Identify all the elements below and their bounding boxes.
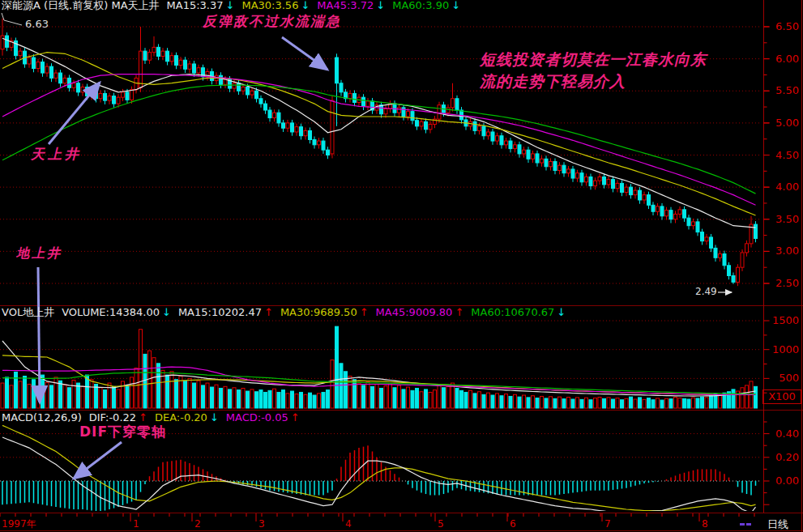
- axis-tick-label: 4.00: [775, 181, 799, 193]
- chart-canvas[interactable]: 6.506.005.505.004.504.003.503.002.501500…: [0, 0, 803, 532]
- candle: [634, 190, 637, 195]
- month-label: 7: [604, 518, 611, 530]
- volume-bar: [416, 388, 419, 408]
- candle: [41, 62, 45, 73]
- volume-bar: [282, 390, 285, 408]
- year-label: 1997年: [2, 518, 36, 530]
- candle: [81, 87, 84, 92]
- axis-tick-label: 0.40: [775, 428, 799, 440]
- volume-bar: [211, 387, 214, 408]
- volume-bar: [206, 383, 209, 408]
- volume-bar: [41, 375, 45, 408]
- macd-pane-header: MACD(12,26,9)DIF:-0.22↑DEA:-0.20↓MACD:-0…: [2, 412, 300, 423]
- volume-bar: [639, 398, 642, 408]
- down-arrow-icon: ↓: [557, 307, 566, 318]
- candle: [420, 121, 423, 126]
- indicator-readout: MA60:10670.67: [471, 307, 554, 318]
- candle: [446, 108, 450, 113]
- volume-bar: [398, 385, 401, 408]
- volume-bar: [532, 396, 535, 408]
- candle: [491, 132, 494, 141]
- volume-bar: [719, 395, 722, 408]
- volume-bar: [665, 398, 668, 408]
- candle: [580, 173, 583, 182]
- indicator-readout: MACD:-0.05: [226, 412, 288, 423]
- high-price-label: 6.63: [25, 18, 49, 30]
- month-label: 6: [510, 518, 516, 530]
- volume-bar: [402, 389, 405, 408]
- candle: [687, 218, 690, 226]
- volume-bar: [660, 400, 664, 408]
- candle: [179, 60, 182, 65]
- volume-bar: [545, 398, 548, 408]
- volume-bar: [505, 394, 508, 408]
- candle: [19, 51, 22, 56]
- down-arrow-icon: ↓: [210, 412, 219, 423]
- axis-tick-label: 500: [779, 372, 799, 384]
- volume-bar: [701, 397, 704, 408]
- candle: [678, 210, 681, 215]
- annotation-warning-line1: 短线投资者切莫在一江春水向东: [480, 49, 707, 70]
- volume-bar: [268, 390, 271, 408]
- candle: [737, 267, 740, 282]
- indicator-readout: MACD(12,26,9): [2, 412, 82, 423]
- volume-bar: [220, 388, 223, 408]
- candle: [335, 57, 339, 83]
- volume-bar: [594, 398, 597, 408]
- volume-bar: [741, 388, 744, 408]
- axis-tick-label: 1500: [772, 314, 799, 326]
- volume-bar: [754, 386, 758, 408]
- volume-bar: [446, 386, 450, 408]
- candle: [188, 64, 191, 69]
- axis-tick-label: 2.50: [775, 277, 799, 289]
- volume-bar: [273, 389, 276, 408]
- axis-tick-label: 0.00: [775, 475, 799, 487]
- candle: [148, 53, 152, 61]
- down-arrow-icon: ↓: [226, 0, 235, 11]
- volume-bar: [745, 385, 749, 408]
- volume-bar: [674, 398, 677, 408]
- period-selector-label[interactable]: 日线: [767, 517, 788, 532]
- volume-bar: [603, 398, 606, 408]
- volume-bar: [286, 394, 289, 408]
- volume-bar: [229, 389, 232, 408]
- candle: [99, 93, 102, 98]
- candle: [532, 154, 535, 159]
- volume-bar: [523, 395, 526, 408]
- volume-bar: [643, 399, 646, 408]
- volume-bar: [63, 385, 66, 408]
- down-arrow-icon: ↓: [301, 0, 310, 11]
- volume-bar: [184, 381, 187, 408]
- volume-bar: [496, 394, 499, 408]
- indicator-readout: MA30:3.56: [241, 0, 298, 11]
- candle: [562, 165, 566, 173]
- month-label: 2: [194, 518, 201, 530]
- volume-bar: [634, 399, 637, 408]
- up-arrow-icon: ↑: [455, 307, 463, 318]
- volume-bar: [553, 398, 557, 408]
- candle: [741, 253, 744, 267]
- candle: [175, 56, 178, 66]
- volume-pane-header: VOL地上井VOLUME:14384.00↓MA15:10202.47↑MA30…: [2, 307, 566, 318]
- volume-bar: [585, 398, 588, 408]
- volume-bar: [710, 396, 713, 408]
- candle: [518, 145, 521, 154]
- indicator-readout: DIF:-0.22: [89, 412, 136, 423]
- annotation-rebound: 反弹敌不过水流湍急: [203, 12, 341, 31]
- candle: [68, 78, 71, 87]
- volume-bar: [429, 392, 432, 408]
- candle: [348, 93, 352, 98]
- candle: [567, 169, 570, 173]
- candle: [701, 232, 704, 241]
- candle: [393, 104, 396, 113]
- volume-bar: [86, 375, 89, 408]
- volume-bar: [460, 390, 463, 408]
- volume-bar: [113, 386, 116, 408]
- candle: [143, 51, 147, 60]
- candle: [331, 100, 334, 154]
- up-arrow-icon: ↑: [264, 307, 273, 318]
- volume-bar: [420, 392, 423, 408]
- candle: [63, 78, 66, 83]
- candle: [255, 91, 258, 99]
- volume-bar: [90, 380, 93, 408]
